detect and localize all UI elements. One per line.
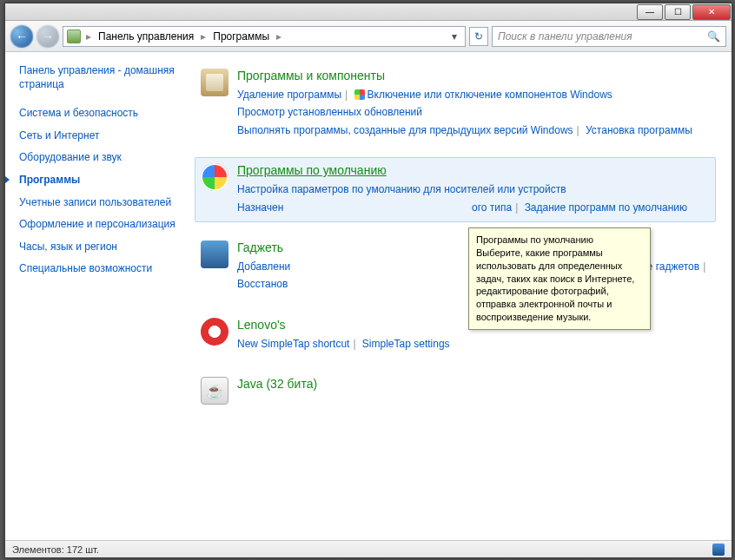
link-gad-restore[interactable]: Восстанов — [237, 278, 288, 290]
lenovo-icon — [201, 318, 228, 346]
tooltip-body: Выберите, какие программы использовать д… — [476, 247, 643, 324]
tooltip-title: Программы по умолчанию — [476, 234, 643, 247]
status-computer-icon — [712, 544, 725, 556]
sidebar-item-network[interactable]: Сеть и Интернет — [19, 129, 177, 143]
search-placeholder: Поиск в панели управления — [498, 30, 632, 43]
search-icon: 🔍 — [707, 30, 720, 43]
link-uninstall[interactable]: Удаление программы — [237, 89, 341, 101]
link-autoplay[interactable]: Настройка параметров по умолчанию для но… — [237, 183, 566, 195]
category-java: Java (32 бита) — [195, 371, 716, 411]
nav-toolbar: ← → ▸ Панель управления ▸ Программы ▸ ▾ … — [5, 21, 732, 52]
sidebar: Панель управления - домашняя страница Си… — [5, 52, 186, 541]
category-title-programs[interactable]: Программы и компоненты — [237, 69, 710, 82]
minimize-button[interactable]: — — [637, 4, 663, 20]
shield-icon — [354, 89, 365, 100]
gadgets-icon — [201, 240, 228, 268]
link-gad-add[interactable]: Добавлени — [237, 260, 290, 273]
control-panel-window: — ☐ ✕ ← → ▸ Панель управления ▸ Программ… — [4, 3, 732, 558]
back-button[interactable]: ← — [10, 25, 33, 48]
control-panel-icon — [67, 30, 81, 43]
link-set-defaults[interactable]: Задание программ по умолчанию — [525, 201, 687, 214]
default-programs-icon — [201, 163, 228, 191]
link-assoc-b[interactable]: ого типа — [472, 201, 512, 214]
category-default-programs: Программы по умолчанию Настройка парамет… — [195, 157, 716, 222]
link-simpletap-new[interactable]: New SimpleTap shortcut — [237, 338, 349, 350]
category-title-java[interactable]: Java (32 бита) — [237, 377, 710, 391]
tooltip: Программы по умолчанию Выберите, какие п… — [468, 227, 651, 330]
sidebar-item-hardware[interactable]: Оборудование и звук — [19, 151, 177, 165]
sidebar-item-clock[interactable]: Часы, язык и регион — [19, 240, 177, 254]
maximize-button[interactable]: ☐ — [665, 4, 691, 20]
chevron-right-icon[interactable]: ▸ — [275, 30, 283, 43]
chevron-right-icon[interactable]: ▸ — [84, 30, 93, 43]
sidebar-item-programs[interactable]: Программы — [19, 174, 177, 188]
breadcrumb-programs[interactable]: Программы — [211, 30, 271, 43]
sidebar-item-access[interactable]: Специальные возможности — [19, 262, 177, 276]
link-view-updates[interactable]: Просмотр установленных обновлений — [237, 106, 422, 118]
close-button[interactable]: ✕ — [692, 4, 731, 20]
link-compat[interactable]: Выполнять программы, созданные для преды… — [237, 124, 573, 136]
link-install[interactable]: Установка программы — [586, 124, 692, 136]
forward-button[interactable]: → — [36, 25, 59, 48]
category-title-defaults[interactable]: Программы по умолчанию — [237, 163, 710, 177]
sidebar-item-appearance[interactable]: Оформление и персонализация — [19, 218, 177, 232]
address-bar[interactable]: ▸ Панель управления ▸ Программы ▸ ▾ — [63, 26, 466, 47]
chevron-right-icon[interactable]: ▸ — [199, 30, 208, 43]
category-programs-features: Программы и компоненты Удаление программ… — [195, 63, 716, 145]
sidebar-item-accounts[interactable]: Учетные записи пользователей — [19, 196, 177, 210]
link-assoc-a[interactable]: Назначен — [237, 201, 283, 214]
status-bar: Элементов: 172 шт. — [5, 540, 732, 557]
breadcrumb-root[interactable]: Панель управления — [96, 30, 195, 43]
refresh-button[interactable]: ↻ — [469, 27, 488, 46]
programs-features-icon — [201, 69, 228, 96]
sidebar-item-system[interactable]: Система и безопасность — [19, 107, 177, 121]
link-simpletap-settings[interactable]: SimpleTap settings — [362, 338, 450, 350]
java-icon — [201, 377, 228, 405]
sidebar-home[interactable]: Панель управления - домашняя страница — [19, 64, 177, 91]
link-windows-features[interactable]: Включение или отключение компонентов Win… — [368, 89, 612, 101]
search-input[interactable]: Поиск в панели управления 🔍 — [492, 26, 726, 47]
address-dropdown[interactable]: ▾ — [447, 30, 461, 43]
status-text: Элементов: 172 шт. — [12, 544, 99, 555]
content-pane: Программы и компоненты Удаление программ… — [186, 52, 732, 541]
titlebar: — ☐ ✕ — [5, 3, 732, 21]
